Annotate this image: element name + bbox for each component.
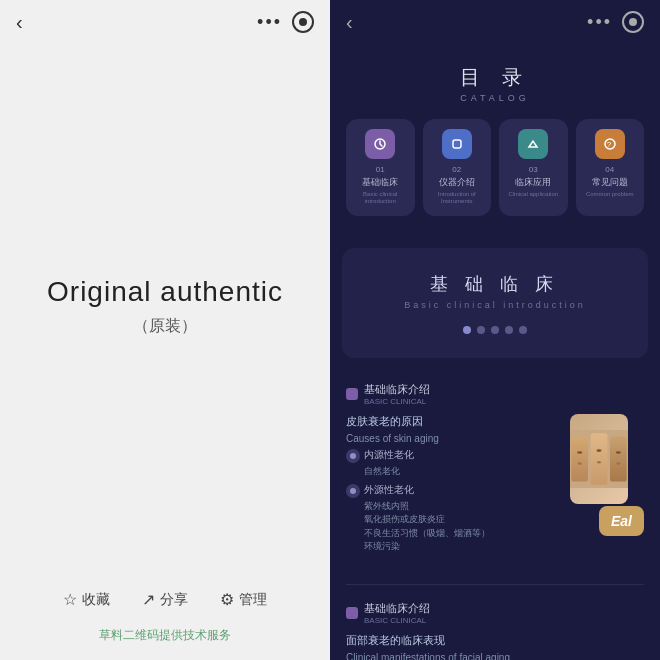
svg-rect-7 bbox=[571, 437, 588, 482]
dot-1[interactable] bbox=[463, 326, 471, 334]
left-panel: ‹ ••• Original authentic （原装） ☆ 收藏 ↗ 分享 … bbox=[0, 0, 330, 660]
basic-clinical-card: 基 础 临 床 Basic clinical introduction bbox=[342, 248, 648, 358]
catalog-icon-4: ? bbox=[595, 129, 625, 159]
eal-badge: Eal bbox=[611, 513, 632, 529]
catalog-section: 目 录 CATALOG 01 基础临床 Basic clinical intro… bbox=[330, 44, 660, 236]
left-record-icon[interactable] bbox=[292, 11, 314, 33]
svg-point-13 bbox=[578, 462, 582, 465]
left-bottom: ☆ 收藏 ↗ 分享 ⚙ 管理 草料二维码提供技术服务 bbox=[0, 568, 330, 660]
left-record-inner bbox=[299, 18, 307, 26]
favorite-action[interactable]: ☆ 收藏 bbox=[63, 590, 110, 609]
bc-title-cn: 基 础 临 床 bbox=[358, 272, 632, 296]
entry1-main: 皮肤衰老的原因 bbox=[346, 414, 544, 429]
dot-4[interactable] bbox=[505, 326, 513, 334]
entry1: 皮肤衰老的原因 Causes of skin aging 内源性老化 自然老化 bbox=[346, 414, 544, 554]
catalog-item-2[interactable]: 02 仪器介绍 Introduction of Instruments bbox=[423, 119, 492, 216]
item2-detail: 紫外线内照 氧化损伤或皮肤炎症 不良生活习惯（吸烟、烟酒等） 环境污染 bbox=[364, 500, 544, 554]
svg-point-12 bbox=[616, 451, 621, 454]
left-header: ‹ ••• bbox=[0, 0, 330, 44]
svg-point-11 bbox=[596, 450, 601, 453]
catalog-icon-1 bbox=[365, 129, 395, 159]
section1-title-cn: 基础临床介绍 bbox=[364, 382, 430, 397]
sub-title: （原装） bbox=[133, 316, 197, 337]
section1: 基础临床介绍 BASIC CLINICAL 皮肤衰老的原因 Causes of … bbox=[330, 370, 660, 576]
manage-icon: ⚙ bbox=[220, 590, 234, 609]
catalog-cn-3: 临床应用 bbox=[515, 176, 551, 189]
catalog-en-4: Common problem bbox=[586, 191, 634, 199]
catalog-item-4[interactable]: ? 04 常见问题 Common problem bbox=[576, 119, 645, 216]
right-record-icon[interactable] bbox=[622, 11, 644, 33]
section2-title-en: BASIC CLINICAL bbox=[364, 616, 430, 625]
bc-title-en: Basic clinical introduction bbox=[358, 300, 632, 310]
svg-rect-9 bbox=[610, 437, 627, 482]
catalog-cn-4: 常见问题 bbox=[592, 176, 628, 189]
right-scroll-content[interactable]: 目 录 CATALOG 01 基础临床 Basic clinical intro… bbox=[330, 44, 660, 660]
catalog-en-3: Clinical application bbox=[508, 191, 558, 199]
manage-label: 管理 bbox=[239, 591, 267, 609]
svg-rect-1 bbox=[453, 140, 461, 148]
entry1-sub: Causes of skin aging bbox=[346, 433, 544, 444]
left-main-content: Original authentic （原装） bbox=[0, 44, 330, 568]
right-record-inner bbox=[629, 18, 637, 26]
section2-header: 基础临床介绍 BASIC CLINICAL 面部衰老的临床表现 Clinical… bbox=[330, 593, 660, 660]
item1-icon bbox=[346, 449, 360, 463]
catalog-title-en: CATALOG bbox=[346, 93, 644, 103]
catalog-cn-1: 基础临床 bbox=[362, 176, 398, 189]
left-dots-icon[interactable]: ••• bbox=[257, 12, 282, 33]
left-back-button[interactable]: ‹ bbox=[16, 11, 23, 34]
section2-entry-sub: Clinical manifestations of facial aging bbox=[346, 652, 644, 660]
catalog-icon-2 bbox=[442, 129, 472, 159]
svg-point-14 bbox=[597, 461, 601, 464]
svg-point-4 bbox=[350, 453, 356, 459]
item1-label: 内源性老化 bbox=[364, 448, 414, 462]
catalog-item-1[interactable]: 01 基础临床 Basic clinical introduction bbox=[346, 119, 415, 216]
item2-label: 外源性老化 bbox=[364, 483, 414, 497]
catalog-title-cn: 目 录 bbox=[346, 64, 644, 91]
catalog-num-1: 01 bbox=[376, 165, 385, 174]
bc-dots bbox=[358, 326, 632, 334]
dot-2[interactable] bbox=[477, 326, 485, 334]
share-action[interactable]: ↗ 分享 bbox=[142, 590, 188, 609]
section-divider bbox=[346, 584, 644, 585]
section2-entry-main: 面部衰老的临床表现 bbox=[346, 633, 644, 648]
catalog-num-4: 04 bbox=[605, 165, 614, 174]
face-image-container bbox=[554, 414, 644, 516]
section1-title-en: BASIC CLINICAL bbox=[364, 397, 430, 406]
right-panel: ‹ ••• 目 录 CATALOG 01 基础临床 Basic clinical… bbox=[330, 0, 660, 660]
right-back-button[interactable]: ‹ bbox=[346, 11, 353, 34]
footer-brand: 草料二维码提供技术服务 bbox=[99, 628, 231, 642]
catalog-en-1: Basic clinical introduction bbox=[350, 191, 411, 207]
catalog-icon-3 bbox=[518, 129, 548, 159]
svg-text:?: ? bbox=[607, 140, 612, 149]
svg-point-5 bbox=[350, 488, 356, 494]
action-bar: ☆ 收藏 ↗ 分享 ⚙ 管理 bbox=[0, 580, 330, 619]
main-title: Original authentic bbox=[47, 276, 283, 308]
manage-action[interactable]: ⚙ 管理 bbox=[220, 590, 267, 609]
right-header-icons: ••• bbox=[587, 11, 644, 33]
right-dots-icon[interactable]: ••• bbox=[587, 12, 612, 33]
svg-point-10 bbox=[577, 451, 582, 454]
item1: 内源性老化 bbox=[346, 448, 544, 463]
catalog-num-3: 03 bbox=[529, 165, 538, 174]
share-icon: ↗ bbox=[142, 590, 155, 609]
item2: 外源性老化 bbox=[346, 483, 544, 498]
section2-dot bbox=[346, 607, 358, 619]
catalog-item-3[interactable]: 03 临床应用 Clinical application bbox=[499, 119, 568, 216]
catalog-cn-2: 仪器介绍 bbox=[439, 176, 475, 189]
face-image bbox=[570, 414, 628, 504]
catalog-en-2: Introduction of Instruments bbox=[427, 191, 488, 207]
svg-rect-8 bbox=[591, 433, 608, 485]
catalog-num-2: 02 bbox=[452, 165, 461, 174]
catalog-grid: 01 基础临床 Basic clinical introduction 02 仪… bbox=[346, 119, 644, 216]
section1-header: 基础临床介绍 BASIC CLINICAL bbox=[346, 382, 644, 406]
svg-point-15 bbox=[616, 462, 620, 465]
section2-title-cn: 基础临床介绍 bbox=[364, 601, 430, 616]
favorite-label: 收藏 bbox=[82, 591, 110, 609]
share-label: 分享 bbox=[160, 591, 188, 609]
item1-detail: 自然老化 bbox=[364, 465, 544, 479]
section1-dot bbox=[346, 388, 358, 400]
favorite-icon: ☆ bbox=[63, 590, 77, 609]
dot-3[interactable] bbox=[491, 326, 499, 334]
right-header: ‹ ••• bbox=[330, 0, 660, 44]
dot-5[interactable] bbox=[519, 326, 527, 334]
